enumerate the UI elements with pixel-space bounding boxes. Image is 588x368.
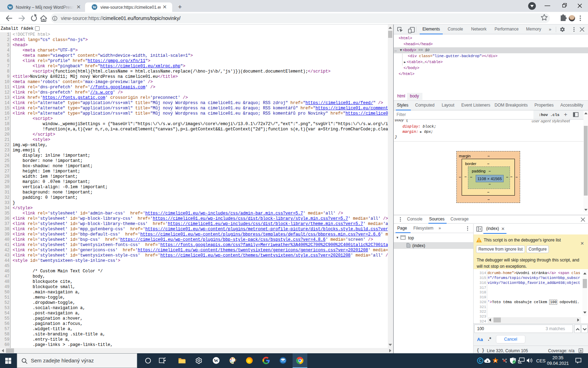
svg-text:C: C (479, 359, 482, 363)
svg-text:W: W (214, 358, 218, 363)
